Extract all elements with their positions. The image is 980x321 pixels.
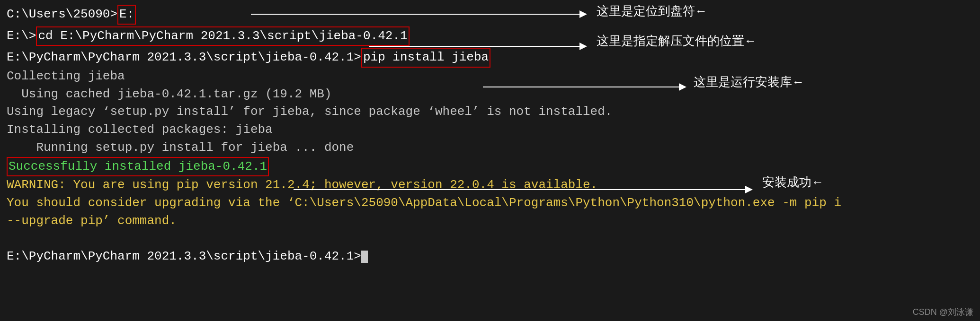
terminal-line-14: E:\PyCharm\PyCharm 2021.3.3\script\jieba… — [7, 248, 973, 266]
annotation-3: 这里是运行安装库← — [694, 73, 804, 91]
arrow-4-line — [294, 189, 745, 190]
line-text-7: Installing collected packages: jieba — [7, 121, 273, 139]
annotation-2: 这里是指定解压文件的位置← — [597, 32, 757, 50]
arrow-3-line — [483, 87, 679, 87]
line-text-8: Running setup.py install for jieba ... d… — [7, 139, 354, 157]
arrow-3 — [483, 83, 686, 91]
terminal-line-11: You should consider upgrading via the ‘C… — [7, 194, 973, 212]
prompt-3: E:\PyCharm\PyCharm 2021.3.3\script\jieba… — [7, 49, 361, 67]
final-prompt: E:\PyCharm\PyCharm 2021.3.3\script\jieba… — [7, 248, 361, 266]
arrow-3-head — [679, 83, 686, 91]
watermark: CSDN @刘泳谦 — [913, 306, 973, 318]
arrow-1 — [251, 10, 587, 18]
line-text-6: Using legacy ‘setup.py install’ for jieb… — [7, 103, 612, 121]
terminal-line-9: Successfully installed jieba-0.42.1 — [7, 157, 973, 177]
annotation-1: 这里是定位到盘符← — [597, 2, 707, 20]
line-text-11: You should consider upgrading via the ‘C… — [7, 194, 841, 212]
line-text-4: Collecting jieba — [7, 68, 125, 86]
arrow-4-head — [745, 186, 753, 193]
arrow-2-head — [579, 43, 587, 50]
line-text-12: --upgrade pip’ command. — [7, 212, 177, 230]
cursor-block — [361, 251, 368, 263]
cmd-highlight-3: pip install jieba — [361, 48, 490, 68]
terminal-line-7: Installing collected packages: jieba — [7, 121, 973, 139]
terminal-line-6: Using legacy ‘setup.py install’ for jieb… — [7, 103, 973, 121]
line-text-13 — [7, 230, 14, 248]
terminal-line-3: E:\PyCharm\PyCharm 2021.3.3\script\jieba… — [7, 48, 973, 68]
annotation-4: 安装成功← — [762, 174, 824, 191]
line-text-5: Using cached jieba-0.42.1.tar.gz (19.2 M… — [7, 86, 332, 104]
arrow-2-line — [369, 46, 579, 47]
terminal-line-13 — [7, 230, 973, 248]
prompt-1: C:\Users\25090> — [7, 6, 117, 24]
arrow-1-line — [251, 14, 579, 15]
arrow-1-head — [579, 10, 587, 18]
prompt-2: E:\> — [7, 27, 36, 45]
cmd-highlight-2: cd E:\PyCharm\PyCharm 2021.3.3\script\ji… — [36, 26, 409, 46]
terminal-line-12: --upgrade pip’ command. — [7, 212, 973, 230]
terminal-window: C:\Users\25090>E: E:\>cd E:\PyCharm\PyCh… — [0, 0, 980, 321]
cmd-highlight-1: E: — [117, 5, 136, 25]
cmd-highlight-9: Successfully installed jieba-0.42.1 — [7, 157, 269, 177]
arrow-4 — [294, 186, 753, 193]
terminal-line-8: Running setup.py install for jieba ... d… — [7, 139, 973, 157]
arrow-2 — [369, 43, 587, 50]
